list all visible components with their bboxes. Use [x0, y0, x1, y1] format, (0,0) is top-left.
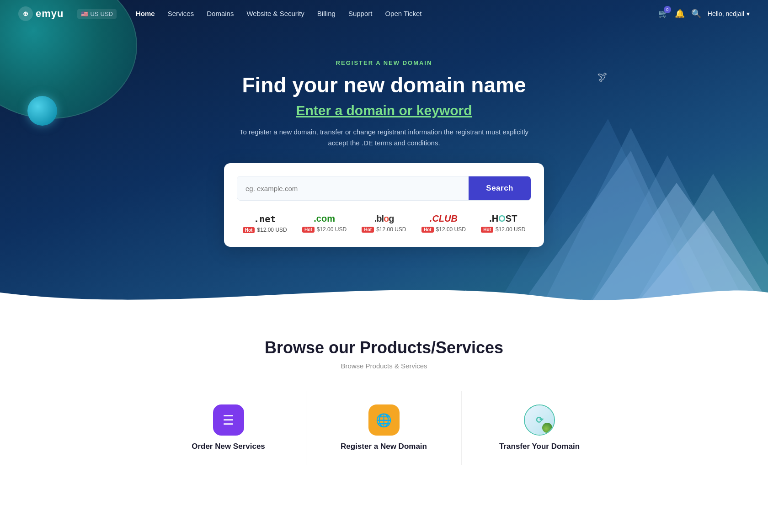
- tld-net[interactable]: .net Hot $12.00 USD: [237, 210, 293, 237]
- tld-host-price-value: $12.00 USD: [496, 226, 525, 233]
- locale-flag: 🇺🇸: [81, 11, 88, 17]
- hot-badge: Hot: [243, 227, 255, 233]
- navbar-actions: 🛒 0 🔔 🔍 Hello, nedjail ▾: [658, 9, 750, 19]
- hot-badge: Hot: [302, 227, 315, 233]
- products-title: Browse our Products/Services: [18, 338, 750, 357]
- nav-website-security[interactable]: Website & Security: [241, 7, 309, 20]
- hero-bg: 🕊 REGISTER A NEW DOMAIN Find your new do…: [0, 0, 768, 311]
- main-nav: Home Services Domains Website & Security…: [130, 10, 658, 18]
- tld-net-name: .net: [239, 213, 291, 224]
- tld-com[interactable]: .com Hot $12.00 USD: [296, 210, 352, 237]
- tld-blog-price: Hot $12.00 USD: [358, 226, 410, 233]
- hero-domain-link[interactable]: Enter a domain or keyword: [224, 103, 544, 118]
- logo-text: emyu: [36, 8, 64, 20]
- transfer-domain-icon-wrap: ⟳: [524, 404, 555, 436]
- transfer-icon: ⟳: [536, 415, 544, 426]
- register-domain-label: Register a New Domain: [341, 442, 427, 451]
- product-card-order-services[interactable]: ☰ Order New Services: [151, 391, 306, 465]
- domain-icon: 🌐: [376, 413, 392, 428]
- transfer-domain-label: Transfer Your Domain: [499, 442, 580, 451]
- logo-icon: ⊕: [18, 6, 33, 21]
- nav-domains[interactable]: Domains: [201, 7, 239, 20]
- tld-club-price-value: $12.00 USD: [436, 226, 466, 233]
- tld-host-price: Hot $12.00 USD: [477, 226, 529, 233]
- brand-logo[interactable]: ⊕ emyu: [18, 6, 64, 21]
- server-icon: ☰: [223, 413, 234, 428]
- navbar: ⊕ emyu 🇺🇸 US USD Home Services Domains W…: [0, 0, 768, 27]
- tld-com-price: Hot $12.00 USD: [298, 226, 350, 233]
- domain-search-input[interactable]: [237, 176, 469, 200]
- tld-host-name: .HOST: [477, 213, 529, 224]
- search-submit-button[interactable]: Search: [469, 176, 531, 200]
- search-row: Search: [237, 176, 531, 201]
- tld-host[interactable]: .HOST Hot $12.00 USD: [475, 210, 531, 237]
- tld-club[interactable]: .CLUB Hot $12.00 USD: [416, 210, 471, 237]
- products-subtitle: Browse Products & Services: [18, 362, 750, 370]
- user-menu[interactable]: Hello, nedjail ▾: [708, 10, 750, 17]
- tld-net-price: Hot $12.00 USD: [239, 227, 291, 233]
- product-card-transfer-domain[interactable]: ⟳ Transfer Your Domain: [462, 391, 617, 465]
- hero-content: REGISTER A NEW DOMAIN Find your new doma…: [215, 59, 553, 247]
- tld-net-price-value: $12.00 USD: [257, 227, 287, 233]
- hero-section: 🕊 REGISTER A NEW DOMAIN Find your new do…: [0, 0, 768, 311]
- hero-bird-icon: 🕊: [597, 70, 609, 83]
- hero-register-label: REGISTER A NEW DOMAIN: [224, 59, 544, 66]
- hero-description: To register a new domain, transfer or ch…: [233, 127, 535, 149]
- register-domain-icon-wrap: 🌐: [368, 404, 400, 436]
- locale-lang: US: [90, 11, 98, 17]
- search-button[interactable]: 🔍: [691, 9, 701, 19]
- nav-support[interactable]: Support: [343, 7, 378, 20]
- nav-home[interactable]: Home: [130, 7, 160, 20]
- tld-blog[interactable]: .blog Hot $12.00 USD: [356, 210, 412, 237]
- cart-button[interactable]: 🛒 0: [658, 9, 668, 19]
- nav-open-ticket[interactable]: Open Ticket: [379, 7, 427, 20]
- locale-currency: USD: [101, 11, 113, 17]
- hero-orb: [27, 96, 57, 126]
- hero-title: Find your new domain name: [224, 73, 544, 97]
- tld-com-name: .com: [298, 213, 350, 224]
- hot-badge: Hot: [421, 227, 434, 233]
- order-services-label: Order New Services: [192, 442, 265, 451]
- product-card-register-domain[interactable]: 🌐 Register a New Domain: [306, 391, 462, 465]
- hot-badge: Hot: [481, 227, 493, 233]
- products-section: Browse our Products/Services Browse Prod…: [0, 311, 768, 483]
- tld-blog-name: .blog: [358, 213, 410, 224]
- notifications-button[interactable]: 🔔: [675, 9, 685, 19]
- products-grid: ☰ Order New Services 🌐 Register a New Do…: [18, 391, 750, 465]
- chevron-down-icon: ▾: [747, 10, 750, 17]
- tld-list: .net Hot $12.00 USD .com Hot $12.00 USD: [237, 210, 531, 237]
- locale-selector[interactable]: 🇺🇸 US USD: [77, 9, 117, 19]
- tld-club-name: .CLUB: [417, 213, 469, 224]
- nav-services[interactable]: Services: [162, 7, 200, 20]
- nav-billing[interactable]: Billing: [312, 7, 341, 20]
- cart-badge: 0: [664, 6, 671, 13]
- tld-com-price-value: $12.00 USD: [317, 226, 347, 233]
- order-services-icon-wrap: ☰: [213, 404, 244, 436]
- hot-badge: Hot: [362, 227, 374, 233]
- user-greeting: Hello, nedjail: [708, 10, 744, 17]
- domain-search-box: Search .net Hot $12.00 USD .com: [224, 163, 544, 247]
- tld-blog-price-value: $12.00 USD: [376, 226, 406, 233]
- tld-club-price: Hot $12.00 USD: [417, 226, 469, 233]
